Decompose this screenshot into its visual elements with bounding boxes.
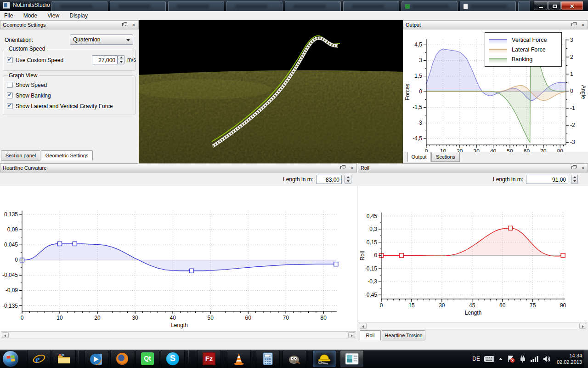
tab-heartline-torsion[interactable]: Heartline Torsion [382, 330, 425, 340]
up-arrow-icon [347, 176, 350, 178]
legend-item: Lateral Force [489, 45, 558, 54]
3d-viewport[interactable] [139, 20, 403, 163]
hard-hat-icon [317, 352, 332, 365]
language-indicator[interactable]: DE [472, 356, 480, 362]
close-button[interactable]: ✕ [561, 1, 583, 10]
roll-panel: Roll × Length in m: 91,00 01530456075900… [358, 163, 588, 350]
taskbar-vlc[interactable] [227, 350, 251, 368]
maximize-button[interactable] [548, 1, 561, 10]
svg-text:60: 60 [499, 302, 506, 309]
taskbar-skype[interactable]: S [161, 350, 185, 368]
tray-clock[interactable]: 14:34 02.02.2013 [557, 352, 582, 365]
show-desktop-button[interactable] [584, 350, 588, 368]
panel-header: Output × [403, 20, 588, 29]
use-custom-speed-checkbox[interactable] [7, 57, 13, 63]
length-spinbox-value[interactable]: 91,00 [526, 175, 568, 184]
minimize-button[interactable] [534, 1, 548, 10]
skype-icon: S [166, 352, 179, 365]
scroll-right-button[interactable] [579, 323, 586, 329]
tab-geometric-settings[interactable]: Geometric Settings [41, 150, 93, 161]
svg-text:-1,5: -1,5 [413, 104, 422, 110]
taskbar-internet-explorer[interactable]: e [27, 350, 51, 368]
svg-text:0,135: 0,135 [4, 211, 18, 218]
start-button[interactable] [2, 351, 19, 367]
float-panel-button[interactable] [339, 165, 346, 172]
volume-icon[interactable] [543, 356, 551, 362]
heartline-toolbar: Length in m: 83,00 [0, 172, 357, 186]
taskbar-active-window[interactable] [340, 350, 364, 368]
taskbar-nolimits-construction-kit[interactable] [312, 350, 336, 368]
menu-view[interactable]: View [43, 11, 63, 20]
svg-text:-0,15: -0,15 [365, 265, 378, 272]
float-icon [571, 22, 577, 27]
show-banking-checkbox[interactable] [7, 92, 13, 98]
show-hidden-icons-chevron[interactable] [498, 357, 503, 361]
panel-header: Heartline Curvature × [0, 163, 357, 172]
background-browser-tab [168, 1, 224, 11]
float-panel-button[interactable] [571, 165, 577, 172]
output-panel: Output × 010203040506070804,531,50-1,5-3… [403, 20, 588, 163]
show-lateral-vertical-checkbox[interactable] [7, 103, 13, 109]
svg-text:10: 10 [440, 148, 447, 152]
horizontal-scrollbar[interactable] [1, 331, 356, 339]
tab-section-panel[interactable]: Section panel [1, 150, 40, 161]
length-spinbox-value[interactable]: 83,00 [316, 175, 342, 184]
keyboard-icon[interactable] [484, 356, 494, 362]
float-panel-button[interactable] [571, 22, 577, 29]
close-panel-button[interactable]: × [349, 165, 355, 172]
close-panel-button[interactable]: × [580, 22, 586, 29]
taskbar-firefox[interactable] [110, 350, 134, 368]
heartline-curvature-panel: Heartline Curvature × Length in m: 83,00… [0, 163, 357, 350]
roll-chart[interactable]: 01530456075900,450,30,150-0,15-0,3-0,45L… [358, 186, 588, 322]
spin-up-button[interactable] [118, 55, 124, 60]
svg-text:-3: -3 [570, 139, 575, 145]
speed-spinbox-buttons [118, 55, 124, 64]
svg-text:75: 75 [530, 302, 536, 309]
action-center-flag-icon[interactable] [507, 355, 515, 363]
windows-logo-icon [6, 355, 15, 363]
menu-display[interactable]: Display [66, 11, 92, 20]
qt-icon: Qt [141, 352, 154, 365]
taskbar-qt-creator[interactable]: Qt [136, 350, 159, 368]
roll-toolbar: Length in m: 91,00 [358, 172, 588, 186]
taskbar-windows-media-player[interactable] [85, 350, 108, 368]
taskbar-filezilla[interactable]: Fz [197, 350, 221, 368]
close-panel-button[interactable]: × [580, 165, 586, 172]
svg-text:15: 15 [408, 302, 415, 309]
spin-down-button[interactable] [118, 60, 124, 65]
panel-header: Roll × [358, 163, 588, 172]
svg-text:0,3: 0,3 [369, 226, 377, 232]
svg-text:90: 90 [560, 302, 566, 309]
taskbar-gimp[interactable] [283, 350, 306, 368]
scroll-right-button[interactable] [348, 332, 355, 338]
taskbar-windows-explorer[interactable] [52, 350, 76, 368]
tab-output[interactable]: Output [407, 152, 430, 162]
heartline-curvature-chart[interactable]: 010203040506070800,1350,090,0450-0,045-0… [0, 186, 357, 329]
spin-up-button[interactable] [345, 175, 351, 179]
spin-up-button[interactable] [571, 175, 578, 179]
scroll-left-button[interactable] [360, 323, 367, 329]
taskbar-calculator[interactable]: 0 [256, 350, 280, 368]
speed-spinbox-value[interactable]: 27,000 [92, 55, 118, 64]
close-panel-button[interactable]: × [130, 22, 137, 29]
menu-file[interactable]: File [0, 11, 17, 20]
tab-roll[interactable]: Roll [360, 330, 381, 340]
legend-item: Vertical Force [489, 35, 558, 45]
float-panel-button[interactable] [121, 22, 128, 29]
speed-unit-label: m/s [127, 57, 136, 63]
tab-sections[interactable]: Sections [431, 152, 460, 162]
down-arrow-icon [573, 180, 576, 182]
svg-text:Length: Length [465, 310, 482, 316]
lateral-force-swatch [489, 49, 507, 53]
spin-down-button[interactable] [345, 179, 351, 184]
menu-mode[interactable]: Mode [19, 11, 41, 20]
horizontal-scrollbar[interactable] [359, 322, 587, 329]
tab-favicon [405, 4, 410, 9]
spin-down-button[interactable] [571, 179, 578, 184]
show-speed-checkbox[interactable] [7, 82, 13, 88]
orientation-combobox[interactable]: Quaternion [70, 34, 133, 45]
power-plug-icon[interactable] [519, 355, 526, 362]
network-signal-icon[interactable] [531, 356, 539, 362]
float-icon [122, 22, 127, 27]
scroll-left-button[interactable] [2, 332, 9, 338]
